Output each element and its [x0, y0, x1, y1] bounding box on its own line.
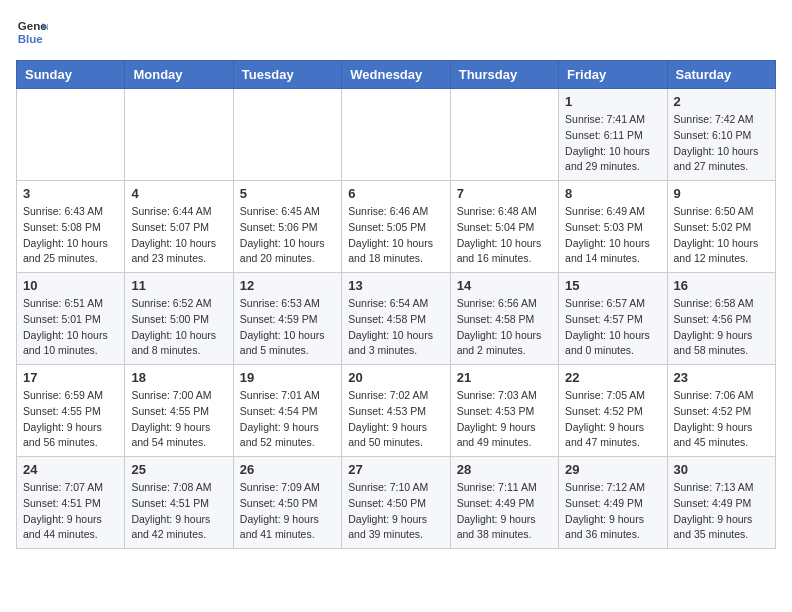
day-number: 24 — [23, 462, 118, 477]
day-info: Sunrise: 6:52 AMSunset: 5:00 PMDaylight:… — [131, 296, 226, 359]
week-row-3: 10Sunrise: 6:51 AMSunset: 5:01 PMDayligh… — [17, 273, 776, 365]
calendar-cell: 12Sunrise: 6:53 AMSunset: 4:59 PMDayligh… — [233, 273, 341, 365]
week-row-2: 3Sunrise: 6:43 AMSunset: 5:08 PMDaylight… — [17, 181, 776, 273]
day-info: Sunrise: 7:13 AMSunset: 4:49 PMDaylight:… — [674, 480, 769, 543]
day-number: 17 — [23, 370, 118, 385]
weekday-header-friday: Friday — [559, 61, 667, 89]
calendar-cell — [342, 89, 450, 181]
day-number: 11 — [131, 278, 226, 293]
day-info: Sunrise: 6:50 AMSunset: 5:02 PMDaylight:… — [674, 204, 769, 267]
day-number: 15 — [565, 278, 660, 293]
day-number: 9 — [674, 186, 769, 201]
calendar-table: SundayMondayTuesdayWednesdayThursdayFrid… — [16, 60, 776, 549]
weekday-header-row: SundayMondayTuesdayWednesdayThursdayFrid… — [17, 61, 776, 89]
weekday-header-saturday: Saturday — [667, 61, 775, 89]
calendar-cell: 9Sunrise: 6:50 AMSunset: 5:02 PMDaylight… — [667, 181, 775, 273]
day-number: 1 — [565, 94, 660, 109]
day-info: Sunrise: 6:48 AMSunset: 5:04 PMDaylight:… — [457, 204, 552, 267]
day-number: 19 — [240, 370, 335, 385]
day-number: 20 — [348, 370, 443, 385]
day-number: 18 — [131, 370, 226, 385]
day-info: Sunrise: 6:54 AMSunset: 4:58 PMDaylight:… — [348, 296, 443, 359]
week-row-5: 24Sunrise: 7:07 AMSunset: 4:51 PMDayligh… — [17, 457, 776, 549]
calendar-cell — [17, 89, 125, 181]
day-number: 10 — [23, 278, 118, 293]
calendar-cell: 19Sunrise: 7:01 AMSunset: 4:54 PMDayligh… — [233, 365, 341, 457]
day-info: Sunrise: 7:11 AMSunset: 4:49 PMDaylight:… — [457, 480, 552, 543]
day-number: 3 — [23, 186, 118, 201]
day-number: 22 — [565, 370, 660, 385]
logo-icon: General Blue — [16, 16, 48, 48]
day-info: Sunrise: 6:57 AMSunset: 4:57 PMDaylight:… — [565, 296, 660, 359]
day-info: Sunrise: 7:42 AMSunset: 6:10 PMDaylight:… — [674, 112, 769, 175]
calendar-cell: 13Sunrise: 6:54 AMSunset: 4:58 PMDayligh… — [342, 273, 450, 365]
header: General Blue — [16, 16, 776, 48]
day-info: Sunrise: 7:03 AMSunset: 4:53 PMDaylight:… — [457, 388, 552, 451]
day-info: Sunrise: 7:02 AMSunset: 4:53 PMDaylight:… — [348, 388, 443, 451]
calendar-cell: 10Sunrise: 6:51 AMSunset: 5:01 PMDayligh… — [17, 273, 125, 365]
weekday-header-tuesday: Tuesday — [233, 61, 341, 89]
calendar-cell: 16Sunrise: 6:58 AMSunset: 4:56 PMDayligh… — [667, 273, 775, 365]
day-info: Sunrise: 7:00 AMSunset: 4:55 PMDaylight:… — [131, 388, 226, 451]
day-number: 5 — [240, 186, 335, 201]
day-info: Sunrise: 6:49 AMSunset: 5:03 PMDaylight:… — [565, 204, 660, 267]
day-number: 16 — [674, 278, 769, 293]
day-info: Sunrise: 6:59 AMSunset: 4:55 PMDaylight:… — [23, 388, 118, 451]
day-number: 28 — [457, 462, 552, 477]
calendar-cell: 18Sunrise: 7:00 AMSunset: 4:55 PMDayligh… — [125, 365, 233, 457]
day-number: 4 — [131, 186, 226, 201]
day-info: Sunrise: 6:44 AMSunset: 5:07 PMDaylight:… — [131, 204, 226, 267]
calendar-cell — [125, 89, 233, 181]
day-number: 12 — [240, 278, 335, 293]
weekday-header-monday: Monday — [125, 61, 233, 89]
calendar-cell: 20Sunrise: 7:02 AMSunset: 4:53 PMDayligh… — [342, 365, 450, 457]
day-info: Sunrise: 6:45 AMSunset: 5:06 PMDaylight:… — [240, 204, 335, 267]
day-number: 2 — [674, 94, 769, 109]
day-number: 29 — [565, 462, 660, 477]
week-row-4: 17Sunrise: 6:59 AMSunset: 4:55 PMDayligh… — [17, 365, 776, 457]
calendar-cell: 23Sunrise: 7:06 AMSunset: 4:52 PMDayligh… — [667, 365, 775, 457]
day-info: Sunrise: 6:58 AMSunset: 4:56 PMDaylight:… — [674, 296, 769, 359]
day-number: 27 — [348, 462, 443, 477]
day-info: Sunrise: 7:01 AMSunset: 4:54 PMDaylight:… — [240, 388, 335, 451]
calendar-cell: 8Sunrise: 6:49 AMSunset: 5:03 PMDaylight… — [559, 181, 667, 273]
calendar-cell: 11Sunrise: 6:52 AMSunset: 5:00 PMDayligh… — [125, 273, 233, 365]
calendar-cell: 29Sunrise: 7:12 AMSunset: 4:49 PMDayligh… — [559, 457, 667, 549]
weekday-header-sunday: Sunday — [17, 61, 125, 89]
day-info: Sunrise: 6:53 AMSunset: 4:59 PMDaylight:… — [240, 296, 335, 359]
day-number: 13 — [348, 278, 443, 293]
day-info: Sunrise: 7:09 AMSunset: 4:50 PMDaylight:… — [240, 480, 335, 543]
calendar-cell: 5Sunrise: 6:45 AMSunset: 5:06 PMDaylight… — [233, 181, 341, 273]
weekday-header-wednesday: Wednesday — [342, 61, 450, 89]
day-info: Sunrise: 7:12 AMSunset: 4:49 PMDaylight:… — [565, 480, 660, 543]
week-row-1: 1Sunrise: 7:41 AMSunset: 6:11 PMDaylight… — [17, 89, 776, 181]
calendar-cell: 15Sunrise: 6:57 AMSunset: 4:57 PMDayligh… — [559, 273, 667, 365]
day-info: Sunrise: 7:07 AMSunset: 4:51 PMDaylight:… — [23, 480, 118, 543]
weekday-header-thursday: Thursday — [450, 61, 558, 89]
calendar-cell: 21Sunrise: 7:03 AMSunset: 4:53 PMDayligh… — [450, 365, 558, 457]
calendar-cell: 25Sunrise: 7:08 AMSunset: 4:51 PMDayligh… — [125, 457, 233, 549]
day-number: 6 — [348, 186, 443, 201]
calendar-cell: 24Sunrise: 7:07 AMSunset: 4:51 PMDayligh… — [17, 457, 125, 549]
calendar-cell: 4Sunrise: 6:44 AMSunset: 5:07 PMDaylight… — [125, 181, 233, 273]
logo: General Blue — [16, 16, 48, 48]
day-number: 14 — [457, 278, 552, 293]
calendar-cell: 2Sunrise: 7:42 AMSunset: 6:10 PMDaylight… — [667, 89, 775, 181]
day-number: 23 — [674, 370, 769, 385]
calendar-cell: 27Sunrise: 7:10 AMSunset: 4:50 PMDayligh… — [342, 457, 450, 549]
calendar-cell: 7Sunrise: 6:48 AMSunset: 5:04 PMDaylight… — [450, 181, 558, 273]
day-number: 21 — [457, 370, 552, 385]
day-info: Sunrise: 7:06 AMSunset: 4:52 PMDaylight:… — [674, 388, 769, 451]
day-number: 7 — [457, 186, 552, 201]
svg-text:Blue: Blue — [18, 33, 44, 45]
day-info: Sunrise: 6:43 AMSunset: 5:08 PMDaylight:… — [23, 204, 118, 267]
calendar-cell: 1Sunrise: 7:41 AMSunset: 6:11 PMDaylight… — [559, 89, 667, 181]
day-number: 25 — [131, 462, 226, 477]
day-info: Sunrise: 6:46 AMSunset: 5:05 PMDaylight:… — [348, 204, 443, 267]
calendar-cell: 22Sunrise: 7:05 AMSunset: 4:52 PMDayligh… — [559, 365, 667, 457]
calendar-cell: 6Sunrise: 6:46 AMSunset: 5:05 PMDaylight… — [342, 181, 450, 273]
day-number: 8 — [565, 186, 660, 201]
day-info: Sunrise: 6:56 AMSunset: 4:58 PMDaylight:… — [457, 296, 552, 359]
calendar-cell: 28Sunrise: 7:11 AMSunset: 4:49 PMDayligh… — [450, 457, 558, 549]
day-info: Sunrise: 7:10 AMSunset: 4:50 PMDaylight:… — [348, 480, 443, 543]
